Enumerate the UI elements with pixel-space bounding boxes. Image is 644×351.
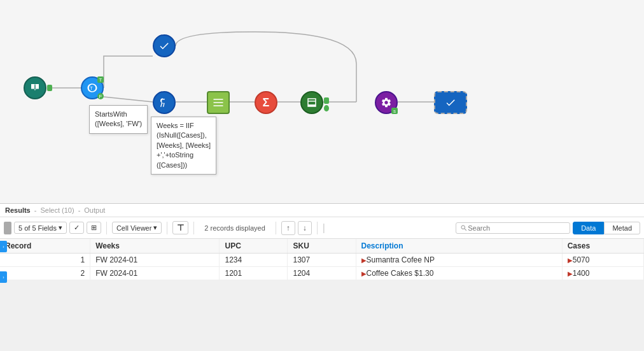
cell-description: ▶Coffee Cakes $1.30 <box>356 267 562 280</box>
input-node[interactable] <box>24 76 46 99</box>
down-arrow-btn[interactable]: ↓ <box>298 221 312 235</box>
connector-table-t <box>324 97 329 104</box>
cell-description: ▶Sumantra Cofee NP <box>356 254 562 267</box>
grid-icon: ⊞ <box>91 224 97 232</box>
filter2-icon: ⊤ <box>177 223 184 233</box>
col-sku: SKU <box>288 239 356 254</box>
fields-dropdown-icon: ▾ <box>59 224 62 232</box>
done-node[interactable] <box>434 91 467 114</box>
col-weeks: Weeks <box>90 239 220 254</box>
sep3 <box>193 222 194 234</box>
filter-node[interactable]: T T F <box>81 76 104 99</box>
sep1 <box>106 222 107 234</box>
warn-icon-desc: ▶ <box>361 257 367 264</box>
results-select-info: Select (10) <box>40 206 74 214</box>
data-table-container[interactable]: Record Weeks UPC SKU Description Cases 1… <box>0 239 644 280</box>
search-icon <box>460 224 468 232</box>
cell-upc: 1201 <box>220 267 288 280</box>
data-tab[interactable]: Data <box>573 222 604 234</box>
cross-node[interactable] <box>207 91 230 114</box>
records-info: 2 records displayed <box>199 224 270 232</box>
fields-dropdown-btn[interactable]: 5 of 5 Fields ▾ <box>14 222 67 234</box>
cell-weeks: FW 2024-01 <box>90 267 220 280</box>
tooltip-startswith: StartsWith ([Weeks], 'FW') <box>89 105 148 134</box>
cell-sku: 1204 <box>288 267 356 280</box>
col-description: Description <box>356 239 562 254</box>
results-separator: - <box>34 206 37 214</box>
search-input[interactable] <box>468 224 557 232</box>
toolbar: 5 of 5 Fields ▾ ✓ ⊞ Cell Viewer ▾ ⊤ 2 re… <box>0 217 644 239</box>
up-arrow-btn[interactable]: ↑ <box>281 221 295 235</box>
cell-viewer-label: Cell Viewer <box>116 224 151 232</box>
svg-line-1 <box>104 97 153 102</box>
results-dash: - <box>78 206 81 214</box>
tab-group: Data Metad <box>573 222 640 234</box>
cell-cases: ▶1400 <box>562 267 643 280</box>
cell-cases: ▶5070 <box>562 254 643 267</box>
table-header-row: Record Weeks UPC SKU Description Cases <box>0 239 644 254</box>
check-all-btn[interactable]: ✓ <box>69 222 84 234</box>
tooltip-formula: Weeks = IIF (IsNull([Cases]), [Weeks], [… <box>151 117 216 175</box>
cell-viewer-btn[interactable]: Cell Viewer ▾ <box>112 222 162 234</box>
left-edge-panel: › › <box>0 241 7 283</box>
svg-text:T: T <box>90 85 93 91</box>
col-record: Record <box>0 239 90 254</box>
formula-node[interactable] <box>153 91 176 114</box>
table-row[interactable]: 1 FW 2024-01 1234 1307 ▶Sumantra Cofee N… <box>0 254 644 267</box>
sep2 <box>167 222 167 234</box>
edge-btn-bottom[interactable]: › <box>0 271 7 283</box>
grid-btn[interactable]: ⊞ <box>87 222 101 234</box>
cell-weeks: FW 2024-01 <box>90 254 220 267</box>
results-output: Output <box>84 206 105 214</box>
sep5 <box>317 222 318 234</box>
fields-label: 5 of 5 Fields <box>18 224 57 232</box>
connector-input <box>47 85 52 91</box>
cell-sku: 1307 <box>288 254 356 267</box>
col-cases: Cases <box>562 239 643 254</box>
search-container <box>456 222 570 234</box>
cell-num: 1 <box>0 254 90 267</box>
results-bar: Results - Select (10) - Output <box>0 204 644 217</box>
data-table: Record Weeks UPC SKU Description Cases 1… <box>0 239 644 280</box>
results-label: Results <box>5 206 31 214</box>
sep4 <box>276 222 276 234</box>
cell-viewer-dropdown-icon: ▾ <box>153 224 157 232</box>
check-icon: ✓ <box>74 224 80 232</box>
settings-node[interactable]: s <box>375 91 398 114</box>
sum-node[interactable]: Σ <box>255 91 277 114</box>
pipe-icon: | <box>323 222 325 234</box>
edge-btn-top[interactable]: › <box>0 241 7 252</box>
cell-upc: 1234 <box>220 254 288 267</box>
warn-icon-cases: ▶ <box>568 270 573 277</box>
table-row[interactable]: 2 FW 2024-01 1201 1204 ▶Coffee Cakes $1.… <box>0 267 644 280</box>
meta-tab[interactable]: Metad <box>604 222 640 234</box>
left-panel-toggle[interactable] <box>4 222 11 234</box>
filter-mode-btn[interactable]: ⊤ <box>172 221 188 234</box>
warn-icon-desc: ▶ <box>361 270 367 277</box>
col-upc: UPC <box>220 239 288 254</box>
cell-num: 2 <box>0 267 90 280</box>
check-node-upper[interactable] <box>153 34 176 57</box>
workflow-canvas[interactable]: T T F Σ s <box>0 0 644 204</box>
table-node[interactable] <box>300 91 323 114</box>
connector-table-s <box>324 105 329 111</box>
warn-icon-cases: ▶ <box>568 257 573 264</box>
